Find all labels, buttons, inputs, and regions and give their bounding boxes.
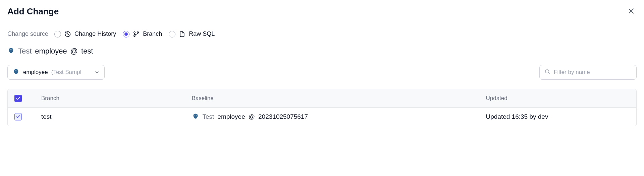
database-select[interactable]: employee (Test Sampl [7, 65, 105, 80]
file-icon [179, 31, 185, 37]
baseline-project: Test [203, 113, 214, 120]
radio-icon [54, 31, 61, 37]
database-context: Test employee @ test [7, 47, 637, 56]
change-source-label: Change source [7, 30, 48, 37]
dialog-header: Add Change [0, 0, 644, 23]
select-subtext: (Test Sampl [51, 69, 82, 76]
filter-input-wrapper[interactable] [539, 65, 637, 80]
select-value: employee [23, 69, 48, 76]
svg-line-6 [548, 73, 549, 74]
svg-point-5 [545, 70, 549, 73]
filter-input[interactable] [554, 69, 632, 76]
select-all-checkbox[interactable] [14, 95, 22, 102]
row-checkbox[interactable] [14, 113, 22, 120]
postgres-icon [12, 69, 20, 76]
controls-row: employee (Test Sampl [7, 65, 637, 80]
row-branch: test [41, 113, 185, 120]
radio-option-branch[interactable]: Branch [123, 30, 162, 37]
radio-label: Branch [143, 30, 162, 37]
branch-table: Branch Baseline Updated test Test employ… [7, 89, 637, 126]
row-baseline: Test employee @ 20231025075617 [192, 113, 479, 120]
dialog-content: Change source Change History Branch [0, 23, 644, 134]
baseline-db: employee [217, 113, 245, 120]
postgres-icon [192, 113, 199, 120]
radio-label: Raw SQL [189, 30, 215, 37]
branch-name: test [81, 47, 93, 56]
history-icon [64, 31, 71, 37]
at-separator: @ [70, 47, 78, 56]
radio-icon [123, 31, 129, 37]
branch-icon [133, 31, 140, 37]
project-name: Test [18, 47, 32, 56]
close-button[interactable] [626, 6, 637, 17]
radio-option-change-history[interactable]: Change History [54, 30, 116, 37]
change-source-row: Change source Change History Branch [7, 30, 637, 37]
radio-icon [169, 31, 175, 37]
table-row[interactable]: test Test employee @ 20231025075617 Upda… [8, 107, 636, 126]
col-baseline: Baseline [192, 95, 479, 102]
radio-label: Change History [74, 30, 116, 37]
add-change-dialog: Add Change Change source Change History [0, 0, 644, 134]
database-name: employee [35, 47, 67, 56]
change-source-radio-group: Change History Branch Raw SQL [54, 30, 215, 37]
table-header: Branch Baseline Updated [8, 89, 636, 107]
chevron-down-icon [94, 70, 100, 75]
close-icon [628, 7, 635, 16]
postgres-icon [7, 48, 15, 55]
col-updated: Updated [486, 95, 630, 102]
col-branch: Branch [41, 95, 185, 102]
dialog-title: Add Change [7, 6, 59, 17]
row-updated: Updated 16:35 by dev [486, 113, 630, 120]
search-icon [544, 69, 550, 76]
baseline-at: @ [249, 113, 255, 120]
radio-option-raw-sql[interactable]: Raw SQL [169, 30, 215, 37]
baseline-version: 20231025075617 [258, 113, 308, 120]
